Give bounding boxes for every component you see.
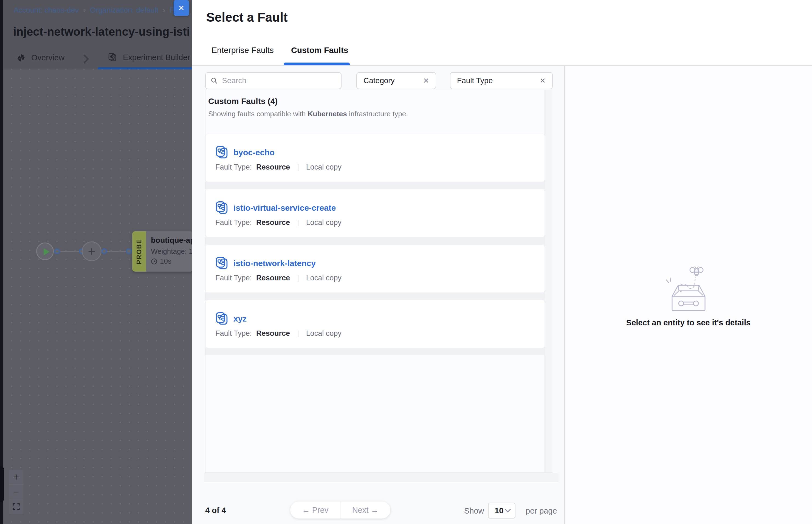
tab-experiment-builder[interactable]: Experiment Builder [108,53,190,62]
probe-node-card[interactable]: PROBE boutique-ap Weightage: 10 10s [132,231,193,272]
probe-badge-label: PROBE [135,239,143,264]
page-size-per-page-label: per page [526,506,557,515]
pipeline-edge [104,251,126,251]
clock-icon [151,258,158,265]
pipeline-port [126,248,132,254]
fault-name-link[interactable]: istio-virtual-service-create [233,203,336,213]
pipeline-edge [57,251,79,251]
chevron-right-icon [83,54,89,64]
meta-divider: | [297,163,299,171]
empty-state-message: Select an entity to see it's details [565,318,812,327]
fault-meta: Fault Type: Resource | Local copy [215,163,342,171]
probe-node-duration: 10s [151,257,171,265]
fault-search[interactable] [205,72,342,89]
pipeline-port [101,248,107,254]
probe-badge: PROBE [132,231,146,272]
filter-fault-type[interactable]: Fault Type ✕ [450,72,553,89]
fault-type-value: Resource [256,163,290,171]
fault-card[interactable]: xyz Fault Type: Resource | Local copy [206,300,545,348]
filter-category-label: Category [364,76,395,85]
pagination-controls: ← Prev Next → [290,502,391,519]
fault-name-link[interactable]: byoc-echo [233,148,275,157]
page-size-show-label: Show [464,506,484,515]
fault-icon [215,201,229,215]
experiment-title: inject-network-latency-using-isti [13,25,190,38]
pipeline-start-node[interactable] [36,243,54,260]
active-tab-underline [98,67,192,69]
fault-type-value: Resource [256,329,290,338]
fault-copy-badge: Local copy [306,274,342,282]
fault-meta: Fault Type: Resource | Local copy [215,274,342,282]
tab-overview-label: Overview [31,53,65,62]
fault-type-value: Resource [256,274,290,282]
tab-enterprise-faults[interactable]: Enterprise Faults [212,46,274,55]
chevron-down-icon [504,508,511,513]
fault-card[interactable]: istio-network-latency Fault Type: Resour… [206,244,545,293]
canvas-zoom-controls: + − [9,470,23,514]
card-divider [205,237,545,244]
filter-category[interactable]: Category ✕ [357,72,436,89]
filter-fault-type-label: Fault Type [457,76,493,85]
zoom-out-button[interactable]: − [9,485,23,499]
meta-divider: | [297,219,299,227]
meta-divider: | [297,329,299,338]
breadcrumb: Account: chaos-dev › Organization: defau… [14,6,175,15]
tab-experiment-builder-label: Experiment Builder [123,53,190,62]
fault-copy-badge: Local copy [306,163,342,171]
pagination-count: 4 of 4 [205,506,226,515]
fullscreen-icon [12,503,20,510]
nav-rail-handle [0,466,4,502]
breadcrumb-separator: › [163,6,165,15]
fault-icon [215,256,229,271]
collapsed-nav-rail [0,0,3,524]
clear-category-filter-icon[interactable]: ✕ [423,77,429,85]
breadcrumb-separator: › [83,6,86,15]
meta-divider: | [297,274,299,282]
clear-fault-type-filter-icon[interactable]: ✕ [540,77,546,85]
fault-card[interactable]: istio-virtual-service-create Fault Type:… [206,189,545,237]
select-fault-modal: ✕ Select a Fault Enterprise Faults Custo… [192,0,812,524]
fullscreen-button[interactable] [9,499,23,514]
subtitle-prefix: Showing faults compatible with [208,110,308,118]
breadcrumb-organization[interactable]: Organization: default [90,6,158,15]
scrollbar-track[interactable] [545,90,552,472]
fault-card[interactable]: byoc-echo Fault Type: Resource | Local c… [206,134,545,182]
search-input[interactable] [221,76,336,85]
fault-icon [215,312,229,326]
fault-type-label: Fault Type: [215,163,252,171]
prev-page-button[interactable]: ← Prev [290,502,341,519]
fault-name-link[interactable]: istio-network-latency [233,259,316,268]
fault-name-link[interactable]: xyz [233,314,247,324]
fault-type-value: Resource [256,218,290,227]
fault-type-label: Fault Type: [215,274,252,282]
close-icon: ✕ [178,3,184,13]
card-divider [205,348,545,355]
fault-type-label: Fault Type: [215,218,252,227]
overview-icon [17,54,25,62]
close-modal-button[interactable]: ✕ [173,0,189,16]
fault-meta: Fault Type: Resource | Local copy [215,218,342,227]
probe-node-duration-value: 10s [160,257,171,265]
list-footer-band [204,473,559,482]
breadcrumb-account[interactable]: Account: chaos-dev [14,6,79,15]
play-icon [44,248,50,256]
tab-overview[interactable]: Overview [17,53,65,62]
add-fault-button[interactable]: + [82,242,101,261]
next-page-button[interactable]: Next → [341,502,391,519]
tab-custom-faults[interactable]: Custom Faults [291,46,348,55]
modal-title: Select a Fault [206,10,288,25]
page-size-value: 10 [495,506,503,515]
page-size-select[interactable]: 10 [488,503,515,519]
zoom-in-button[interactable]: + [9,470,23,485]
subtitle-infra-type: Kubernetes [308,110,347,118]
fault-list-container: Custom Faults (4) Showing faults compati… [205,90,552,473]
fault-detail-pane: Select an entity to see it's details [564,66,812,524]
fault-list-subtitle: Showing faults compatible with Kubernete… [208,110,408,118]
probe-node-weightage: Weightage: 10 [151,247,193,256]
fault-list-pane: Category ✕ Fault Type ✕ Custom Faults (4… [192,66,564,524]
fault-icon [215,145,229,160]
fault-list-heading: Custom Faults (4) [208,97,278,106]
empty-drawer-illustration [656,265,722,315]
probe-node-title: boutique-ap [151,236,193,245]
fault-type-label: Fault Type: [215,329,252,338]
